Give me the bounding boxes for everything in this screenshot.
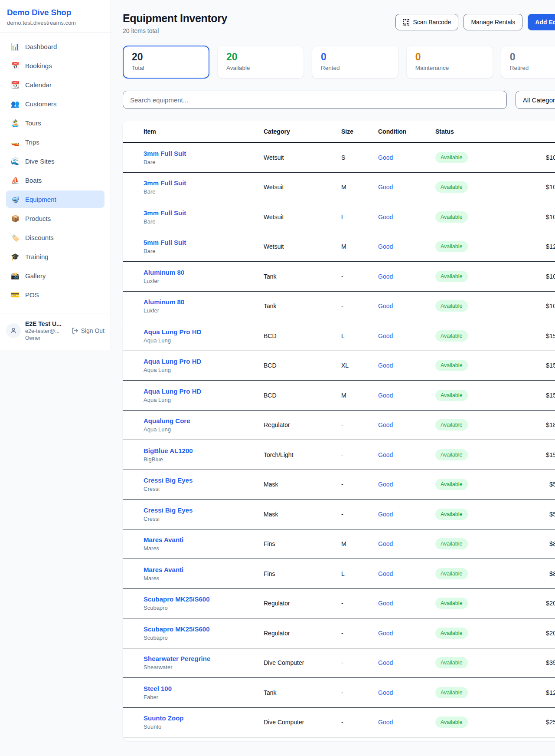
search-input[interactable] [123,91,507,109]
size-cell: XL [341,362,378,369]
stat-value: 0 [510,51,555,63]
manage-rentals-button[interactable]: Manage Rentals [464,14,522,30]
condition-link[interactable]: Good [378,302,435,309]
add-equipment-button[interactable]: Add Equipment [528,14,555,30]
item-link[interactable]: Mares Avanti [144,536,264,543]
condition-link[interactable]: Good [378,362,435,369]
status-badge: Available [435,390,468,401]
category-select[interactable]: All Categories [516,91,555,109]
condition-link[interactable]: Good [378,184,435,191]
status-cell: Available [435,687,546,698]
sidebar-item[interactable]: 📸 Gallery [6,267,104,284]
condition-link[interactable]: Good [378,243,435,250]
item-link[interactable]: Aqua Lung Pro HD [144,328,264,335]
item-link[interactable]: Suunto Zoop [144,714,264,722]
item-link[interactable]: Scubapro MK25/S600 [144,625,264,633]
item-link[interactable]: 3mm Full Suit [144,150,264,157]
item-link[interactable]: 3mm Full Suit [144,209,264,217]
sidebar-item[interactable]: 🏷️ Discounts [6,229,104,246]
nav-item-label: Training [25,253,49,260]
rental-cell: $15.00/day [546,392,555,399]
col-header-status: Status [435,128,546,135]
item-link[interactable]: Steel 100 [144,685,264,692]
size-cell: L [341,332,378,339]
stat-card[interactable]: 20 Available [217,46,304,79]
condition-link[interactable]: Good [378,540,435,547]
sidebar-item[interactable]: 📆 Calendar [6,76,104,93]
item-link[interactable]: Aluminum 80 [144,269,264,276]
sign-out-button[interactable]: Sign Out [72,327,104,334]
scan-barcode-button[interactable]: Scan Barcode [395,14,458,30]
sidebar-item[interactable]: 🤿 Equipment [6,191,104,208]
condition-link[interactable]: Good [378,392,435,399]
condition-link[interactable]: Good [378,630,435,637]
status-cell: Available [435,330,546,342]
sidebar-item[interactable]: 🎓 Training [6,248,104,265]
category-cell: Fins [264,540,341,547]
stat-card[interactable]: 0 Maintenance [406,46,493,79]
item-link[interactable]: 5mm Full Suit [144,239,264,246]
sidebar-item[interactable]: 🌊 Dive Sites [6,152,104,170]
item-link[interactable]: Aqualung Core [144,417,264,424]
status-cell: Available [435,211,546,223]
condition-link[interactable]: Good [378,659,435,666]
condition-link[interactable]: Good [378,332,435,339]
size-cell: - [341,421,378,428]
nav-item-icon: 📸 [10,272,20,280]
condition-link[interactable]: Good [378,154,435,161]
item-link[interactable]: Aluminum 80 [144,298,264,306]
item-link[interactable]: Shearwater Peregrine [144,655,264,662]
sidebar-item[interactable]: 🚤 Trips [6,133,104,151]
condition-link[interactable]: Good [378,481,435,488]
size-cell: - [341,481,378,488]
category-cell: Tank [264,302,341,309]
sidebar-item[interactable]: 👥 Customers [6,95,104,112]
condition-link[interactable]: Good [378,511,435,518]
item-link[interactable]: Scubapro MK25/S600 [144,595,264,603]
sidebar-item[interactable]: 💳 POS [6,286,104,303]
status-badge: Available [435,271,468,282]
category-cell: Regulator [264,421,341,428]
item-cell: Scubapro MK25/S600 Scubapro [123,625,264,641]
size-cell: L [341,214,378,220]
stat-label: Retired [510,65,555,71]
col-header-item: Item [123,128,264,135]
sidebar-item[interactable]: 📊 Dashboard [6,38,104,55]
main-content: Equipment Inventory 20 items total Scan … [111,0,555,741]
item-link[interactable]: 3mm Full Suit [144,179,264,187]
sidebar-item[interactable]: 📅 Bookings [6,57,104,74]
item-link[interactable]: BigBlue AL1200 [144,447,264,454]
stat-card[interactable]: 0 Retired [501,46,555,79]
condition-link[interactable]: Good [378,451,435,458]
condition-link[interactable]: Good [378,719,435,726]
table-row: Scubapro MK25/S600 Scubapro Regulator - … [123,589,555,619]
item-link[interactable]: Cressi Big Eyes [144,506,264,514]
rental-cell: $15.00/day [546,451,555,458]
item-link[interactable]: Aqua Lung Pro HD [144,388,264,395]
condition-link[interactable]: Good [378,273,435,280]
condition-link[interactable]: Good [378,214,435,220]
condition-link[interactable]: Good [378,689,435,696]
status-badge: Available [435,181,468,193]
item-link[interactable]: Mares Avanti [144,566,264,573]
sidebar-item[interactable]: ⛵ Boats [6,171,104,189]
sidebar-item[interactable]: 📦 Products [6,210,104,227]
table-header-row: Item Category Size Condition Status Rent… [123,121,555,143]
condition-link[interactable]: Good [378,600,435,607]
size-cell: L [341,570,378,577]
stat-value: 0 [415,51,484,63]
scan-barcode-label: Scan Barcode [413,19,451,26]
item-link[interactable]: Cressi Big Eyes [144,477,264,484]
rental-cell: $18.00/day [546,421,555,428]
item-link[interactable]: Aqua Lung Pro HD [144,358,264,365]
stat-card[interactable]: 20 Total [123,46,209,79]
condition-link[interactable]: Good [378,570,435,577]
condition-link[interactable]: Good [378,421,435,428]
stat-card[interactable]: 0 Rented [312,46,398,79]
nav-item-label: Dashboard [25,43,57,50]
status-badge: Available [435,717,468,728]
user-box: E2E Test U... e2e-tester@... Owner Sign … [0,313,111,350]
sidebar-item[interactable]: 🏝️ Tours [6,114,104,131]
sidebar: Demo Dive Shop demo.test.divestreams.com… [0,0,111,350]
avatar [6,323,21,338]
